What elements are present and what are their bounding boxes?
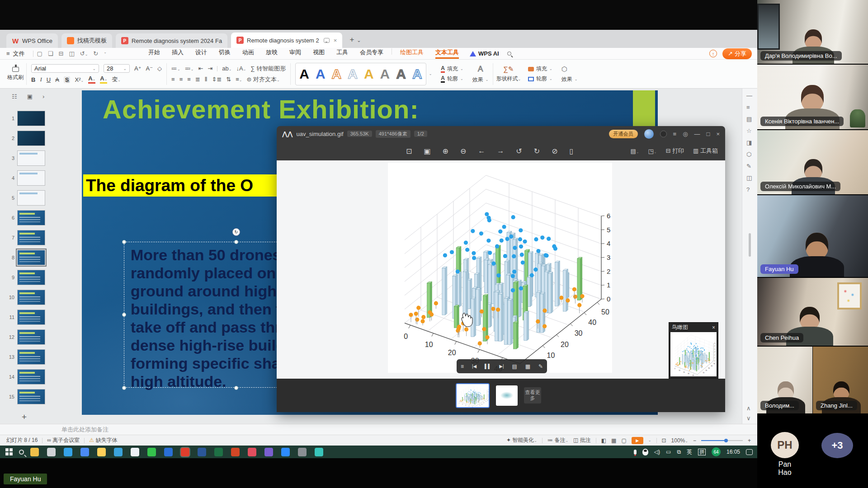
- upgrade-icon[interactable]: ↑: [709, 50, 717, 57]
- taskbar-icon-wps-office[interactable]: [181, 448, 189, 456]
- text-direction-icon[interactable]: ↓A⌄: [236, 65, 246, 72]
- power-plug-icon[interactable]: ▭: [666, 449, 671, 455]
- text-style-1[interactable]: A: [299, 67, 309, 81]
- birdview-panel[interactable]: 鸟瞰图 × 01234560102030401020304050: [669, 322, 718, 379]
- taskbar-search-icon[interactable]: [19, 450, 24, 455]
- new-file-icon[interactable]: ▢: [37, 50, 42, 57]
- shape-effects-button[interactable]: 效果⌄: [561, 75, 578, 83]
- menu-7[interactable]: 审阅: [289, 48, 301, 59]
- vip-upgrade-button[interactable]: 开通会员: [609, 130, 638, 138]
- font-size-select[interactable]: 28⌄: [104, 64, 130, 73]
- increase-font-icon[interactable]: A⁺: [134, 65, 142, 72]
- viewer-close-icon[interactable]: ×: [716, 131, 720, 137]
- video-tile[interactable]: Володим...: [757, 347, 812, 413]
- play-options-icon[interactable]: ⌄: [648, 438, 651, 442]
- prev-frame-icon[interactable]: |◀: [472, 364, 476, 369]
- more-icon[interactable]: ⌄: [104, 50, 107, 57]
- slide-thumbnail-8[interactable]: 8: [6, 248, 55, 267]
- selection-handle[interactable]: [122, 313, 126, 317]
- taskbar-icon-powerpoint[interactable]: [231, 448, 240, 456]
- text-style-gallery[interactable]: AAAAAAAA: [295, 63, 426, 85]
- slide-thumbnail-3[interactable]: 3: [6, 148, 55, 168]
- avatar[interactable]: PH: [771, 432, 799, 458]
- selection-handle[interactable]: [234, 386, 238, 390]
- taskbar-icon-music[interactable]: [248, 448, 256, 456]
- next-frame-icon[interactable]: ▶|: [499, 364, 504, 369]
- slide-thumbnail-1[interactable]: 1: [6, 108, 55, 128]
- file-menu[interactable]: 文件: [13, 50, 25, 58]
- line-spacing-icon[interactable]: ≡⌄: [236, 76, 242, 83]
- text-transform-button[interactable]: 变⌄: [112, 75, 121, 84]
- font-name-select[interactable]: Arial⌄: [31, 64, 99, 73]
- collapse-pane-icon[interactable]: —: [746, 92, 752, 99]
- new-tab-button[interactable]: +: [349, 35, 354, 44]
- clear-format-icon[interactable]: ◇: [157, 65, 162, 72]
- slide-thumbnail-12[interactable]: 12: [6, 327, 55, 347]
- frame-list-icon[interactable]: ≡: [461, 363, 464, 370]
- gallery-more-icon[interactable]: ⌄: [429, 72, 432, 76]
- add-slide-button[interactable]: +: [22, 412, 27, 422]
- rotate-right-icon[interactable]: ↻: [534, 147, 540, 155]
- next-slide-icon[interactable]: ∨: [746, 415, 751, 422]
- superscript-button[interactable]: X²⌄: [75, 76, 84, 83]
- shape-pane-icon[interactable]: ⬡: [746, 151, 751, 158]
- pause-icon[interactable]: ▌▌: [485, 364, 491, 369]
- taskbar-icon-folder[interactable]: [30, 448, 39, 456]
- text-fill-button[interactable]: A填充⌄: [441, 65, 463, 73]
- viewer-maximize-icon[interactable]: □: [707, 131, 710, 137]
- character-spacing-icon[interactable]: ab⌄: [222, 65, 231, 72]
- zoom-slider[interactable]: [701, 440, 743, 441]
- favorites-pane-icon[interactable]: ☆: [746, 127, 752, 134]
- birdview-close-icon[interactable]: ×: [712, 324, 715, 331]
- comments-button[interactable]: ◫ 批注: [573, 436, 591, 444]
- qq-tray-icon[interactable]: [642, 449, 648, 455]
- theme-toggle-icon[interactable]: [660, 131, 667, 137]
- reading-view-icon[interactable]: ▢: [621, 437, 626, 444]
- slideshow-play-button[interactable]: ▶: [632, 437, 643, 444]
- taskbar-icon-video-player[interactable]: [264, 448, 273, 456]
- video-tile[interactable]: Ксенія Вікторівна Іванчен...: [757, 65, 868, 130]
- properties-pane-icon[interactable]: ≡: [746, 104, 750, 111]
- video-tile[interactable]: Fayuan Hu: [757, 195, 868, 278]
- frame-thumbnail-1[interactable]: 01234560102030401020304050: [456, 383, 490, 408]
- taskbar-icon-edge-browser[interactable]: [64, 448, 72, 456]
- hamburger-icon[interactable]: ≡: [6, 50, 10, 57]
- edit-frame-icon[interactable]: ✎: [538, 363, 543, 370]
- taskbar-icon-wechat[interactable]: [147, 448, 156, 456]
- menu-1[interactable]: 开始: [148, 48, 160, 59]
- view-more-frames-button[interactable]: 查看更多: [524, 387, 541, 404]
- zoom-level[interactable]: 100%⌄: [671, 437, 688, 444]
- menu-11[interactable]: 绘图工具: [400, 48, 424, 59]
- slide-thumbnail-15[interactable]: 15: [6, 387, 55, 407]
- toolbox-button[interactable]: ▥ 工具箱: [693, 147, 718, 155]
- ime-pinyin[interactable]: 拼: [698, 449, 706, 455]
- missing-font-warning[interactable]: ⚠ 缺失字体: [89, 436, 117, 444]
- microphone-tray-icon[interactable]: [634, 450, 637, 455]
- align-text-button[interactable]: ⊜ 对齐文本⌄: [247, 75, 280, 84]
- slide-thumbnail-4[interactable]: 4: [6, 168, 55, 188]
- ime-english[interactable]: 英: [687, 448, 692, 456]
- align-left-icon[interactable]: ≡: [171, 76, 175, 83]
- slide-thumbnail-6[interactable]: 6: [6, 208, 55, 228]
- menu-10[interactable]: 会员专享: [360, 48, 383, 59]
- start-button[interactable]: [5, 448, 13, 455]
- taskbar-icon-cloud-drive[interactable]: [315, 448, 323, 456]
- save-frame-icon[interactable]: ▤: [512, 363, 517, 370]
- image-edit-icon[interactable]: ▤⌄: [631, 148, 639, 155]
- selection-handle[interactable]: [234, 240, 238, 244]
- menu-6[interactable]: 放映: [266, 48, 278, 59]
- slide-thumbnail-5[interactable]: 5: [6, 188, 55, 208]
- underline-button[interactable]: U: [47, 76, 51, 83]
- zoom-in-icon[interactable]: ⊕: [443, 147, 448, 155]
- menu-8[interactable]: 视图: [313, 48, 325, 59]
- fullscreen-icon[interactable]: ⊡: [406, 147, 412, 155]
- zoom-out-button[interactable]: −: [693, 437, 696, 444]
- meeting-room-button[interactable]: ∞ 离子会议室: [47, 436, 80, 444]
- slide-thumbnail-2[interactable]: 2: [6, 128, 55, 148]
- row-spacing-icon[interactable]: ⇕≣: [212, 76, 222, 83]
- taskbar-icon-qq-app[interactable]: [131, 448, 139, 456]
- decrease-font-icon[interactable]: A⁻: [146, 65, 153, 72]
- print-preview-icon[interactable]: ◫: [69, 50, 74, 57]
- taskbar-icon-browser[interactable]: [164, 448, 173, 456]
- fit-window-icon[interactable]: ▣: [424, 147, 430, 155]
